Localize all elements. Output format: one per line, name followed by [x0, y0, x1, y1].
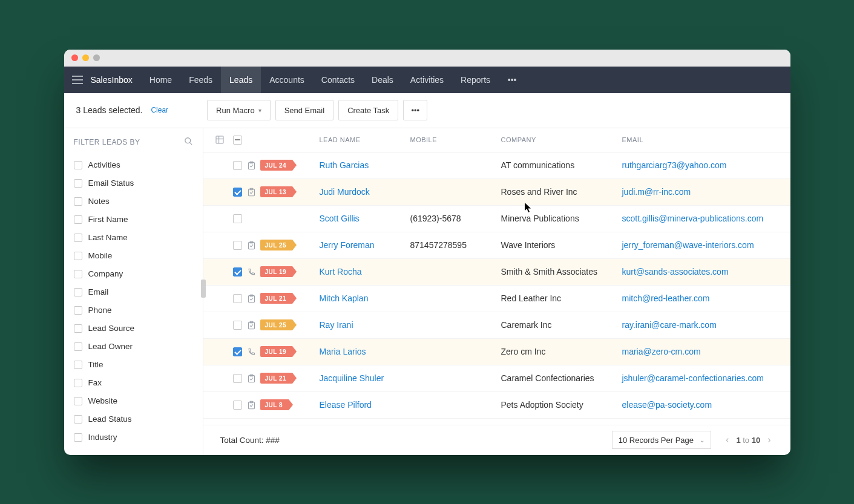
lead-email-link[interactable]: elease@pa-society.com: [622, 400, 790, 410]
lead-name-link[interactable]: Judi Murdock: [320, 187, 410, 197]
nav-item-leads[interactable]: Leads: [221, 67, 261, 93]
lead-name-link[interactable]: Mitch Kaplan: [320, 293, 410, 303]
row-checkbox[interactable]: [233, 241, 242, 250]
brand-label[interactable]: SalesInbox: [91, 75, 141, 85]
lead-name-link[interactable]: Scott Gillis: [320, 214, 410, 223]
checkbox-icon[interactable]: [74, 415, 82, 424]
row-checkbox[interactable]: [233, 347, 242, 356]
lead-email-link[interactable]: mitch@red-leather.com: [622, 293, 790, 303]
row-checkbox[interactable]: [233, 188, 242, 197]
table-row[interactable]: JUL 8Elease PilfordPets Adoption Society…: [203, 392, 790, 419]
table-row[interactable]: JUL 13Judi MurdockRoses and River Incjud…: [203, 179, 790, 206]
lead-email-link[interactable]: ruthgarciarg73@yahoo.com: [622, 160, 790, 170]
filter-item[interactable]: Fax: [74, 374, 193, 392]
next-page-icon[interactable]: ›: [765, 434, 773, 445]
checkbox-icon[interactable]: [74, 342, 82, 351]
table-row[interactable]: JUL 19Maria LariosZero cm Incmaria@zero-…: [203, 339, 790, 365]
lead-email-link[interactable]: scott.gillis@minerva-publications.com: [622, 214, 790, 223]
filter-item[interactable]: Title: [74, 356, 193, 374]
lead-name-link[interactable]: Jacquiline Shuler: [320, 373, 410, 383]
create-task-button[interactable]: Create Task: [338, 100, 398, 120]
checkbox-icon[interactable]: [74, 324, 82, 333]
lead-name-link[interactable]: Ruth Garcias: [320, 160, 410, 170]
lead-email-link[interactable]: judi.m@rr-inc.com: [622, 187, 790, 197]
row-checkbox[interactable]: [233, 321, 242, 330]
col-header-lead-name[interactable]: LEAD NAME: [320, 136, 410, 143]
filter-item[interactable]: Notes: [74, 192, 193, 211]
filter-item[interactable]: Lead Source: [74, 319, 193, 338]
menu-icon[interactable]: [64, 76, 91, 84]
row-checkbox[interactable]: [233, 161, 242, 170]
more-actions-button[interactable]: •••: [403, 100, 427, 120]
checkbox-icon[interactable]: [74, 197, 82, 206]
search-icon[interactable]: [184, 137, 193, 148]
lead-name-link[interactable]: Ray Irani: [320, 320, 410, 330]
filter-item[interactable]: Last Name: [74, 229, 193, 247]
checkbox-icon[interactable]: [74, 361, 82, 369]
checkbox-icon[interactable]: [74, 161, 82, 169]
checkbox-icon[interactable]: [74, 379, 82, 387]
checkbox-icon[interactable]: [74, 215, 82, 224]
lead-name-link[interactable]: Kurt Rocha: [320, 267, 410, 277]
filter-item[interactable]: Email Status: [74, 174, 193, 192]
run-macro-button[interactable]: Run Macro▾: [207, 100, 271, 120]
col-header-company[interactable]: COMPANY: [501, 136, 622, 143]
lead-name-link[interactable]: Maria Larios: [320, 347, 410, 356]
nav-item-deals[interactable]: Deals: [363, 67, 402, 93]
select-all-checkbox[interactable]: [229, 136, 247, 145]
checkbox-icon[interactable]: [74, 397, 82, 405]
checkbox-icon[interactable]: [74, 270, 82, 278]
lead-email-link[interactable]: jerry_foreman@wave-interiors.com: [622, 240, 790, 250]
checkbox-icon[interactable]: [74, 179, 82, 188]
send-email-button[interactable]: Send Email: [275, 100, 333, 120]
filter-item[interactable]: Activities: [74, 156, 193, 174]
col-header-mobile[interactable]: MOBILE: [410, 136, 501, 143]
maximize-window-icon[interactable]: [93, 54, 100, 61]
checkbox-icon[interactable]: [74, 433, 82, 442]
lead-email-link[interactable]: jshuler@caramel-confectionaries.com: [622, 373, 790, 383]
lead-name-link[interactable]: Elease Pilford: [320, 400, 410, 410]
table-row[interactable]: JUL 21Jacquiline ShulerCaramel Confectio…: [203, 365, 790, 392]
row-checkbox[interactable]: [233, 294, 242, 303]
filter-item[interactable]: Website: [74, 392, 193, 410]
table-row[interactable]: Scott Gillis(61923)-5678Minerva Publicat…: [203, 206, 790, 232]
filter-item[interactable]: Phone: [74, 301, 193, 319]
filter-item[interactable]: First Name: [74, 211, 193, 229]
filter-item[interactable]: Company: [74, 265, 193, 283]
row-checkbox[interactable]: [233, 267, 242, 277]
filter-item[interactable]: Industry: [74, 428, 193, 447]
col-header-email[interactable]: EMAIL: [622, 136, 790, 143]
column-settings-icon[interactable]: [211, 135, 229, 145]
checkbox-icon[interactable]: [74, 252, 82, 260]
checkbox-icon[interactable]: [74, 288, 82, 296]
close-window-icon[interactable]: [71, 54, 78, 61]
minimize-window-icon[interactable]: [82, 54, 89, 61]
prev-page-icon[interactable]: ‹: [723, 434, 731, 445]
nav-more-icon[interactable]: •••: [499, 75, 525, 85]
clear-selection-link[interactable]: Clear: [151, 106, 168, 114]
table-row[interactable]: JUL 21Mitch KaplanRed Leather Incmitch@r…: [203, 286, 790, 312]
lead-email-link[interactable]: ray.irani@care-mark.com: [622, 320, 790, 330]
row-checkbox[interactable]: [233, 374, 242, 383]
lead-email-link[interactable]: maria@zero-cm.com: [622, 347, 790, 356]
row-checkbox[interactable]: [233, 401, 242, 410]
nav-item-contacts[interactable]: Contacts: [313, 67, 363, 93]
lead-email-link[interactable]: kurt@sands-associates.com: [622, 267, 790, 277]
filter-item[interactable]: Email: [74, 283, 193, 301]
row-checkbox[interactable]: [233, 214, 242, 223]
nav-item-accounts[interactable]: Accounts: [261, 67, 313, 93]
filter-item[interactable]: Lead Status: [74, 410, 193, 428]
nav-item-activities[interactable]: Activities: [402, 67, 452, 93]
table-row[interactable]: JUL 25Ray IraniCaremark Incray.irani@car…: [203, 312, 790, 339]
records-per-page-select[interactable]: 10 Records Per Page ⌄: [612, 431, 711, 449]
nav-item-feeds[interactable]: Feeds: [180, 67, 221, 93]
nav-item-reports[interactable]: Reports: [452, 67, 499, 93]
table-row[interactable]: JUL 24Ruth GarciasAT communicationsruthg…: [203, 152, 790, 179]
checkbox-icon[interactable]: [74, 306, 82, 315]
lead-name-link[interactable]: Jerry Foreman: [320, 240, 410, 250]
checkbox-icon[interactable]: [74, 234, 82, 242]
filter-item[interactable]: Lead Owner: [74, 338, 193, 356]
table-row[interactable]: JUL 19Kurt RochaSmith & Smith Associates…: [203, 259, 790, 286]
table-row[interactable]: JUL 25Jerry Foreman871457278595Wave Inte…: [203, 232, 790, 259]
nav-item-home[interactable]: Home: [141, 67, 180, 93]
